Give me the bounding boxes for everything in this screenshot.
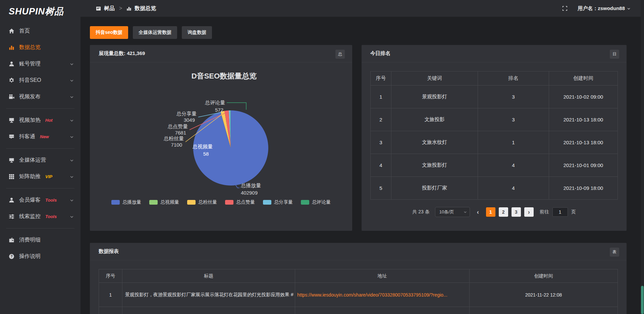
pie-chart: D音SEO数据量总览 总评论量 572 <box>90 62 352 210</box>
chevron-down-icon <box>70 95 74 99</box>
cell-index: 3 <box>371 131 391 154</box>
sidebar-item-video-heat[interactable]: 视频加热 Hot <box>0 112 80 128</box>
daily-badge-button[interactable]: 日 <box>610 50 619 59</box>
sidebar-item-label: 消费明细 <box>19 237 41 244</box>
overview-panel: 展现量总数: 421,369 总 D音SEO数据量总览 <box>90 45 352 231</box>
legend-item-play[interactable]: 总播放量 <box>111 199 141 205</box>
breadcrumb-root[interactable]: 树品 <box>104 5 115 12</box>
tab-media-operation-data[interactable]: 全媒体运营数据 <box>133 26 177 39</box>
sidebar-item-help[interactable]: ? 操作说明 <box>0 248 80 265</box>
pie-label-shares-value: 3049 <box>184 117 195 123</box>
sidebar-item-account[interactable]: 账号管理 <box>0 56 80 72</box>
page-icon <box>96 6 101 11</box>
pie-label-likes-value: 7681 <box>175 130 186 136</box>
breadcrumb: 树品 > 数据总览 <box>96 5 156 12</box>
sidebar-item-member-tools[interactable]: 会员爆客 Tools <box>0 192 80 208</box>
page-size-value: 10条/页 <box>439 209 454 215</box>
topbar: 树品 > 数据总览 用户名：zswodun88 <box>80 0 644 17</box>
total-badge-button[interactable]: 总 <box>335 50 345 59</box>
next-page-button[interactable]: › <box>524 207 534 217</box>
sidebar-item-label: 首页 <box>19 28 30 35</box>
pie-label-video-name: 总视频量 <box>192 144 213 149</box>
hot-badge: Hot <box>45 118 53 123</box>
pie-label-fans-name: 总粉丝量 <box>163 136 184 141</box>
wallet-icon <box>8 237 15 244</box>
chevron-down-icon <box>70 158 74 162</box>
legend-item-comments[interactable]: 总评论量 <box>301 199 331 205</box>
sidebar-item-media-operation[interactable]: 全媒体运营 <box>0 152 80 168</box>
legend-item-video[interactable]: 总视频量 <box>149 199 179 205</box>
col-url: 地址 <box>295 269 470 283</box>
page-button-3[interactable]: 3 <box>512 207 521 217</box>
chevron-down-icon <box>70 135 74 139</box>
app-logo-text: SHUPIN树品 <box>9 5 64 17</box>
tab-inquiry-data[interactable]: 询盘数据 <box>182 26 212 39</box>
tab-douyin-seo-data[interactable]: 抖音seo数据 <box>90 26 128 39</box>
bar-chart-icon <box>126 6 131 11</box>
monitor-icon <box>8 157 15 164</box>
sidebar-item-label: 视频加热 <box>19 117 41 124</box>
table-row: 5 投影灯厂家 4 2021-10-09 18:00 <box>371 177 618 200</box>
cell-index <box>99 307 122 314</box>
legend-item-fans[interactable]: 总粉丝量 <box>187 199 217 205</box>
prev-page-button[interactable]: ‹ <box>473 207 483 217</box>
page-button-2[interactable]: 2 <box>499 207 508 217</box>
legend-swatch <box>263 200 271 205</box>
table-row: 1 景观投影灯 3 2021-10-02 09:00 <box>371 86 618 108</box>
col-created: 创建时间 <box>470 269 618 283</box>
cell-created: 2021-10-13 18:00 <box>549 131 618 154</box>
table-badge-button[interactable]: 表 <box>610 248 619 257</box>
sidebar-item-data-overview[interactable]: 数据总览 <box>0 39 80 56</box>
sidebar-item-douyin-seo[interactable]: 抖音SEO <box>0 72 80 89</box>
chevron-down-icon <box>70 118 74 122</box>
legend-item-likes[interactable]: 总点赞量 <box>225 199 255 205</box>
table-row: 3 文旅水纹灯 1 2021-10-13 18:00 <box>371 131 618 154</box>
pie-label-shares-name: 总分享量 <box>176 111 197 116</box>
scrollbar <box>641 0 644 314</box>
breadcrumb-separator: > <box>119 5 122 11</box>
tools-badge: Tools <box>45 198 57 203</box>
page-button-1[interactable]: 1 <box>486 207 495 217</box>
goto-page-input[interactable] <box>552 207 568 217</box>
fullscreen-icon[interactable] <box>562 6 568 11</box>
pagination-total: 共 23 条 <box>412 209 429 215</box>
scrollbar-thumb[interactable] <box>641 286 644 314</box>
chevron-down-icon <box>70 215 74 219</box>
cell-index: 4 <box>371 154 391 177</box>
col-created: 创建时间 <box>549 71 618 86</box>
breadcrumb-current[interactable]: 数据总览 <box>135 5 156 12</box>
legend-item-shares[interactable]: 总分享量 <box>263 199 293 205</box>
grid-icon <box>8 173 15 180</box>
table-row <box>99 307 618 314</box>
sidebar-item-video-publish[interactable]: 视频发布 <box>0 89 80 105</box>
cell-rank: 4 <box>478 177 549 200</box>
col-rank: 排名 <box>478 71 549 86</box>
table-row: 2 文旅投影 3 2021-10-13 18:00 <box>371 108 618 131</box>
sidebar-item-douketong[interactable]: 抖客通 New <box>0 128 80 145</box>
pie-label-fans-value: 7100 <box>171 142 182 148</box>
user-menu[interactable]: 用户名：zswodun88 <box>578 5 631 12</box>
app-logo: SHUPIN树品 <box>0 0 80 23</box>
legend-swatch <box>225 200 233 205</box>
table-header-row: 序号 标题 地址 创建时间 <box>99 269 618 283</box>
video-link[interactable]: https://www.iesdouyin.com/share/video/70… <box>297 292 447 298</box>
svg-text:?: ? <box>10 255 12 258</box>
sidebar-item-spending-detail[interactable]: 消费明细 <box>0 232 80 248</box>
sidebar-item-matrix-boost[interactable]: 矩阵助推 VIP <box>0 168 80 185</box>
sidebar-item-home[interactable]: 首页 <box>0 23 80 39</box>
data-tabs: 抖音seo数据 全媒体运营数据 询盘数据 <box>90 26 627 39</box>
member-icon <box>8 197 15 204</box>
page-size-select[interactable]: 10条/页 <box>435 207 470 217</box>
overview-panel-header: 展现量总数: 421,369 <box>90 45 352 62</box>
sidebar-item-lead-monitor[interactable]: 线索监控 Tools <box>0 208 80 225</box>
report-panel: 数据报表 表 序号 标题 地址 创建时间 1 景观投影灯，夜游景观投影灯厂家展示… <box>90 243 627 314</box>
user-icon <box>8 61 15 67</box>
sidebar-divider <box>6 228 74 228</box>
cell-title: 景观投影灯，夜游景观投影灯厂家展示展示落花灯在花园里的灯光投影应用效果 # <box>122 283 295 307</box>
cell-created <box>470 307 618 314</box>
table-header-row: 序号 关键词 排名 创建时间 <box>371 71 618 86</box>
sidebar-divider <box>6 148 74 149</box>
sidebar-divider <box>6 188 74 189</box>
cell-keyword: 文旅水纹灯 <box>391 131 478 154</box>
ranking-panel-title: 今日排名 <box>370 50 390 57</box>
